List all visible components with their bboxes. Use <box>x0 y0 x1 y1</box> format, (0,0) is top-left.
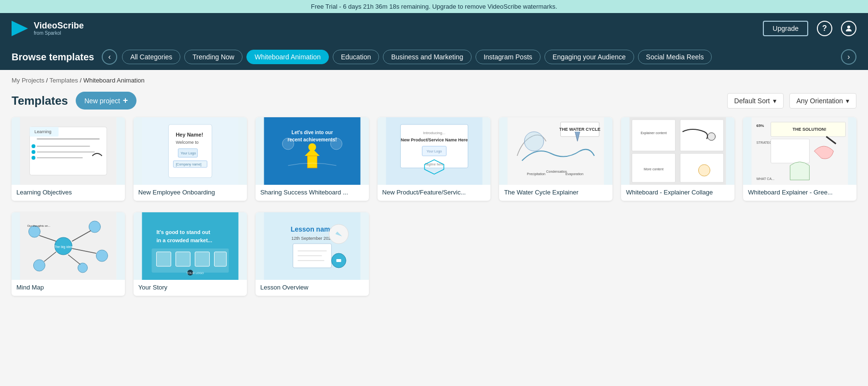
category-tab-social[interactable]: Social Media Reels <box>638 50 712 64</box>
new-project-label: New project <box>84 97 120 105</box>
svg-text:THE WATER CYCLE: THE WATER CYCLE <box>559 127 600 132</box>
orientation-label: Any Orientation <box>797 97 843 105</box>
orientation-dropdown[interactable]: Any Orientation ▾ <box>789 93 857 109</box>
account-button[interactable] <box>841 21 856 36</box>
svg-rect-79 <box>195 252 209 266</box>
template-grid-row2: The big idea Our thoughts on... Mind Map… <box>0 212 868 307</box>
template-thumbnail-water-cycle: THE WATER CYCLE Precipitation Evaporatio… <box>499 117 612 185</box>
template-name-your-story: Your Story <box>134 280 247 296</box>
svg-rect-44 <box>632 120 676 151</box>
svg-text:Let's dive into our: Let's dive into our <box>291 130 333 135</box>
category-nav: Browse templates ‹ All CategoriesTrendin… <box>0 44 868 70</box>
svg-point-26 <box>282 138 294 150</box>
template-card-whiteboard-explainer-green[interactable]: 65% THE SOLUTION! STRATEGIES WHAT CA... … <box>743 117 856 201</box>
template-card-learning-objectives[interactable]: Learning Learning Objectives <box>12 117 125 201</box>
svg-point-1 <box>847 26 850 28</box>
template-thumbnail-mind-map: The big idea Our thoughts on... <box>12 212 125 280</box>
template-card-new-product[interactable]: Introducing... New Product/Service Name … <box>378 117 491 201</box>
sort-arrow: ▾ <box>773 97 776 105</box>
svg-text:Hey Name!: Hey Name! <box>176 132 203 138</box>
templates-right: Default Sort ▾ Any Orientation ▾ <box>727 93 856 109</box>
svg-point-64 <box>96 250 108 262</box>
template-card-lesson-overview[interactable]: Lesson name 12th September 2022 Lesson O… <box>256 212 369 296</box>
new-project-button[interactable]: New project + <box>76 92 136 110</box>
svg-text:[Company name]: [Company name] <box>176 163 201 166</box>
svg-text:New Product/Service Name Here: New Product/Service Name Here <box>400 138 467 142</box>
template-thumbnail-your-story: It's good to stand out in a crowded mark… <box>134 212 247 280</box>
nav-prev-button[interactable]: ‹ <box>102 49 117 65</box>
template-name-new-product: New Product/Feature/Servic... <box>378 185 491 201</box>
sort-label: Default Sort <box>734 97 770 105</box>
new-project-icon: + <box>123 96 128 106</box>
templates-header: Templates New project + Default Sort ▾ A… <box>0 88 868 117</box>
svg-point-51 <box>699 165 710 176</box>
breadcrumb-templates[interactable]: Templates <box>50 77 78 84</box>
nav-next-button[interactable]: › <box>841 49 856 65</box>
svg-text:WHAT CA...: WHAT CA... <box>757 177 775 180</box>
svg-text:Precipitation: Precipitation <box>527 172 546 176</box>
logo-icon <box>12 20 29 37</box>
upgrade-button[interactable]: Upgrade <box>763 21 808 36</box>
category-tab-all[interactable]: All Categories <box>122 50 180 64</box>
svg-text:in a crowded market...: in a crowded market... <box>156 237 212 243</box>
template-card-new-employee-onboarding[interactable]: Hey Name! Welcome to Your Logo [Company … <box>134 117 247 201</box>
account-icon <box>844 24 853 33</box>
svg-point-8 <box>31 144 35 148</box>
category-tabs: All CategoriesTrending NowWhiteboard Ani… <box>117 50 841 64</box>
svg-point-9 <box>31 150 35 154</box>
svg-text:More content: More content <box>644 167 664 171</box>
svg-point-27 <box>330 138 342 150</box>
category-tab-trending[interactable]: Trending Now <box>184 50 243 64</box>
main-header: VideoScribe from Sparkol Upgrade ? <box>0 13 868 44</box>
category-tab-engaging[interactable]: Engaging your Audience <box>544 50 634 64</box>
svg-rect-92 <box>336 259 341 262</box>
template-name-water-cycle: The Water Cycle Explainer <box>499 185 612 201</box>
breadcrumb-current: Whiteboard Animation <box>83 77 145 84</box>
template-thumbnail-whiteboard-explainer-green: 65% THE SOLUTION! STRATEGIES WHAT CA... <box>743 117 856 185</box>
template-card-sharing-success[interactable]: Let's dive into our recent achievements!… <box>256 117 369 201</box>
svg-text:Welcome to: Welcome to <box>176 140 198 145</box>
svg-rect-78 <box>176 252 190 266</box>
template-name-mind-map: Mind Map <box>12 280 125 296</box>
template-thumbnail-new-product: Introducing... New Product/Service Name … <box>378 117 491 185</box>
svg-rect-57 <box>771 139 810 163</box>
breadcrumb-my-projects[interactable]: My Projects <box>12 77 44 84</box>
sort-dropdown[interactable]: Default Sort ▾ <box>727 93 784 109</box>
orientation-arrow: ▾ <box>846 97 849 105</box>
template-thumbnail-explainer-collage: Explainer content More content <box>621 117 734 185</box>
svg-text:YOUR LOGO: YOUR LOGO <box>186 272 204 275</box>
category-tab-education[interactable]: Education <box>333 50 379 64</box>
svg-text:recent achievements!: recent achievements! <box>287 137 337 142</box>
template-thumbnail-lesson-overview: Lesson name 12th September 2022 <box>256 212 369 280</box>
svg-text:THE SOLUTION!: THE SOLUTION! <box>793 127 827 132</box>
svg-point-65 <box>33 260 45 271</box>
template-card-water-cycle[interactable]: THE WATER CYCLE Precipitation Evaporatio… <box>499 117 612 201</box>
template-card-your-story[interactable]: It's good to stand out in a crowded mark… <box>134 212 247 296</box>
svg-rect-24 <box>307 156 317 168</box>
header-actions: Upgrade ? <box>763 21 856 36</box>
logo-area: VideoScribe from Sparkol <box>12 20 84 37</box>
category-tab-instagram[interactable]: Instagram Posts <box>475 50 541 64</box>
svg-text:Evaporation: Evaporation <box>566 172 583 176</box>
browse-title: Browse templates <box>12 52 94 63</box>
svg-text:Explainer content: Explainer content <box>641 131 667 135</box>
svg-text:Learning: Learning <box>34 129 51 134</box>
logo-subtext: from Sparkol <box>34 30 84 36</box>
template-thumbnail-learning-objectives: Learning <box>12 117 125 185</box>
breadcrumb: My Projects / Templates / Whiteboard Ani… <box>0 70 868 88</box>
svg-rect-80 <box>214 252 226 266</box>
svg-marker-0 <box>12 21 28 36</box>
svg-point-10 <box>31 156 35 160</box>
svg-text:Our thoughts on...: Our thoughts on... <box>27 224 50 227</box>
svg-point-39 <box>525 132 544 151</box>
banner-text: Free Trial - 6 days 21h 36m 18s remainin… <box>311 3 557 10</box>
category-tab-whiteboard[interactable]: Whiteboard Animation <box>246 50 329 64</box>
svg-rect-77 <box>156 252 171 266</box>
template-grid-row1: Learning Learning Objectives Hey Name! W… <box>0 117 868 212</box>
category-tab-business[interactable]: Business and Marketing <box>383 50 471 64</box>
template-card-explainer-collage[interactable]: Explainer content More content Whiteboar… <box>621 117 734 201</box>
template-thumbnail-new-employee-onboarding: Hey Name! Welcome to Your Logo [Company … <box>134 117 247 185</box>
help-button[interactable]: ? <box>817 21 832 36</box>
template-name-sharing-success: Sharing Success Whiteboard ... <box>256 185 369 201</box>
template-card-mind-map[interactable]: The big idea Our thoughts on... Mind Map <box>12 212 125 296</box>
